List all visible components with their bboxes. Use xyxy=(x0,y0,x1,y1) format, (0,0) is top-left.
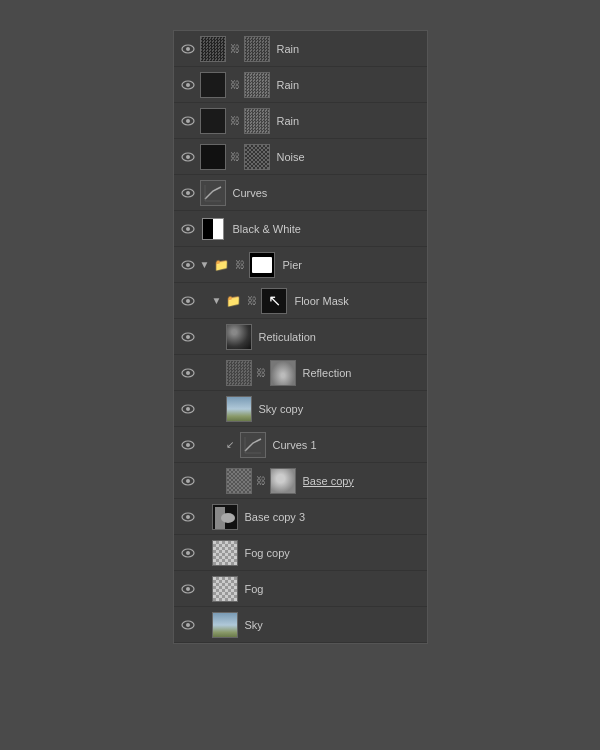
layer-name: Sky xyxy=(245,619,423,631)
visibility-icon[interactable] xyxy=(178,363,198,383)
visibility-icon[interactable] xyxy=(178,399,198,419)
layer-thumb-left xyxy=(226,360,252,386)
layer-thumb-left xyxy=(200,36,226,62)
svg-point-16 xyxy=(186,263,190,267)
layer-name: Reticulation xyxy=(259,331,423,343)
layer-name: Floor Mask xyxy=(294,295,422,307)
visibility-icon[interactable] xyxy=(178,183,198,203)
layer-thumb xyxy=(212,540,238,566)
layer-sky[interactable]: Sky xyxy=(174,607,427,643)
layer-thumb-right xyxy=(244,108,270,134)
layer-floormask[interactable]: ▼ 📁 ⛓ ↖ Floor Mask xyxy=(174,283,427,319)
layer-thumb-right xyxy=(244,36,270,62)
curves-adjustment-icon xyxy=(200,180,226,206)
visibility-icon[interactable] xyxy=(178,255,198,275)
layer-thumb-right xyxy=(244,144,270,170)
layer-curves1[interactable]: ↙ Curves 1 xyxy=(174,427,427,463)
visibility-icon[interactable] xyxy=(178,435,198,455)
svg-point-14 xyxy=(186,227,190,231)
svg-point-9 xyxy=(186,191,190,195)
layer-thumb-left xyxy=(200,108,226,134)
layer-fogcopy[interactable]: Fog copy xyxy=(174,535,427,571)
chain-icon: ⛓ xyxy=(230,43,240,54)
chain-icon: ⛓ xyxy=(235,259,245,270)
visibility-icon[interactable] xyxy=(178,219,198,239)
layer-noise[interactable]: ⛓ Noise xyxy=(174,139,427,175)
svg-point-26 xyxy=(186,443,190,447)
layer-name: Base copy xyxy=(303,475,423,487)
visibility-icon[interactable] xyxy=(178,507,198,527)
layer-name: Pier xyxy=(282,259,422,271)
layer-rain2[interactable]: ⛓ Rain xyxy=(174,67,427,103)
layer-thumb-right xyxy=(270,468,296,494)
svg-point-3 xyxy=(186,83,190,87)
visibility-icon[interactable] xyxy=(178,579,198,599)
layer-name: Fog xyxy=(245,583,423,595)
svg-point-35 xyxy=(186,551,190,555)
chain-icon: ⛓ xyxy=(256,367,266,378)
svg-rect-27 xyxy=(243,435,263,455)
layer-skycopy[interactable]: Sky copy xyxy=(174,391,427,427)
linked-arrow-icon: ↙ xyxy=(226,439,234,450)
visibility-icon[interactable] xyxy=(178,39,198,59)
layer-bw[interactable]: Black & White xyxy=(174,211,427,247)
visibility-icon[interactable] xyxy=(178,111,198,131)
svg-rect-10 xyxy=(203,183,223,203)
chain-icon: ⛓ xyxy=(256,475,266,486)
visibility-icon[interactable] xyxy=(178,147,198,167)
chain-icon: ⛓ xyxy=(247,295,257,306)
layer-name: Curves xyxy=(233,187,423,199)
layer-thumb-right xyxy=(244,72,270,98)
layer-thumb xyxy=(226,324,252,350)
layer-name: Rain xyxy=(277,79,423,91)
svg-point-1 xyxy=(186,47,190,51)
layer-thumb-left xyxy=(226,468,252,494)
layer-name: Rain xyxy=(277,115,423,127)
layer-basecopy[interactable]: ⛓ Base copy xyxy=(174,463,427,499)
bw-adjustment-icon xyxy=(200,216,226,242)
collapse-arrow-icon[interactable]: ▼ xyxy=(200,259,210,270)
layer-name: Curves 1 xyxy=(273,439,423,451)
svg-point-7 xyxy=(186,155,190,159)
layer-pier[interactable]: ▼ 📁 ⛓ Pier xyxy=(174,247,427,283)
layer-fog[interactable]: Fog xyxy=(174,571,427,607)
folder-icon: 📁 xyxy=(214,258,229,272)
layer-thumb-right xyxy=(270,360,296,386)
chain-icon: ⛓ xyxy=(230,115,240,126)
svg-point-5 xyxy=(186,119,190,123)
layer-thumb xyxy=(212,576,238,602)
layer-name: Noise xyxy=(277,151,423,163)
layer-thumb xyxy=(249,252,275,278)
chain-icon: ⛓ xyxy=(230,79,240,90)
layer-name: Rain xyxy=(277,43,423,55)
layer-reflection[interactable]: ⛓ Reflection xyxy=(174,355,427,391)
layer-name: Base copy 3 xyxy=(245,511,423,523)
svg-point-24 xyxy=(186,407,190,411)
layer-thumb-left xyxy=(200,72,226,98)
layer-reticulation[interactable]: Reticulation xyxy=(174,319,427,355)
svg-point-20 xyxy=(186,335,190,339)
layer-thumb xyxy=(226,396,252,422)
visibility-icon[interactable] xyxy=(178,75,198,95)
curves-adjustment-icon xyxy=(240,432,266,458)
layer-thumb xyxy=(212,504,238,530)
layer-rain3[interactable]: ⛓ Rain xyxy=(174,103,427,139)
folder-icon: 📁 xyxy=(226,294,241,308)
svg-point-18 xyxy=(186,299,190,303)
layer-name: Fog copy xyxy=(245,547,423,559)
svg-point-31 xyxy=(186,479,190,483)
layer-name: Sky copy xyxy=(259,403,423,415)
collapse-arrow-icon[interactable]: ▼ xyxy=(212,295,222,306)
visibility-icon[interactable] xyxy=(178,327,198,347)
visibility-icon[interactable] xyxy=(178,615,198,635)
visibility-icon[interactable] xyxy=(178,471,198,491)
visibility-icon[interactable] xyxy=(178,543,198,563)
layer-curves[interactable]: Curves xyxy=(174,175,427,211)
layer-name: Reflection xyxy=(303,367,423,379)
layer-basecopy3[interactable]: Base copy 3 xyxy=(174,499,427,535)
layer-thumb xyxy=(212,612,238,638)
layer-rain1[interactable]: ⛓ Rain xyxy=(174,31,427,67)
layer-name: Black & White xyxy=(233,223,423,235)
visibility-icon[interactable] xyxy=(178,291,198,311)
svg-point-39 xyxy=(186,623,190,627)
